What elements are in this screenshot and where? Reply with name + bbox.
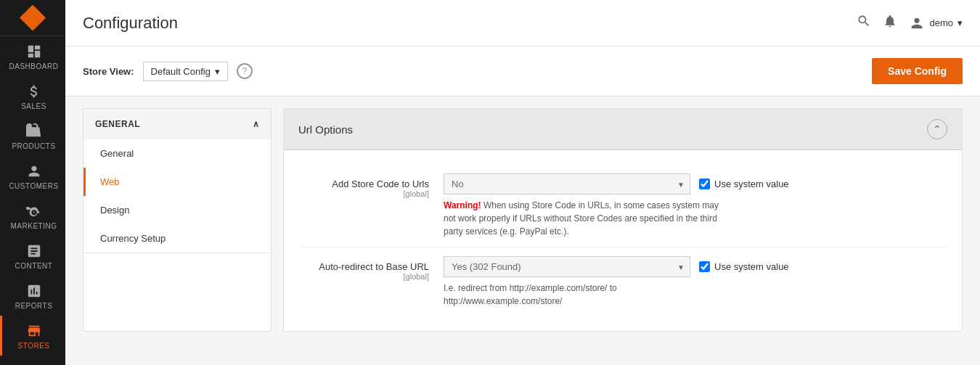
auto-redirect-select-container: Yes (302 Found) Yes (301 Moved Permanent…: [444, 256, 690, 277]
auto-redirect-use-system-label: Use system value: [714, 261, 789, 272]
sidebar-item-marketing[interactable]: MARKETING: [0, 196, 65, 236]
sidebar-item-label: CONTENT: [15, 262, 53, 270]
left-nav-section-general: GENERAL ∧ General Web Design Currency Se…: [83, 109, 271, 253]
page-title: Configuration: [83, 14, 178, 33]
sidebar-item-content[interactable]: CONTENT: [0, 236, 65, 276]
add-store-code-use-system-value[interactable]: Use system value: [699, 179, 789, 189]
auto-redirect-select[interactable]: Yes (302 Found) Yes (301 Moved Permanent…: [444, 256, 690, 277]
reports-icon: [26, 283, 42, 299]
user-dropdown-icon: ▾: [957, 17, 963, 28]
add-store-code-input-col: No Yes Use system value War: [444, 173, 947, 238]
help-icon[interactable]: ?: [237, 63, 253, 79]
add-store-code-select[interactable]: No Yes: [444, 173, 690, 194]
save-config-button[interactable]: Save Config: [872, 58, 963, 84]
sidebar-item-label: CUSTOMERS: [9, 182, 58, 190]
two-column-layout: GENERAL ∧ General Web Design Currency Se…: [65, 97, 980, 343]
store-view-select[interactable]: Default Config ▾: [143, 62, 228, 81]
auto-redirect-input-col: Yes (302 Found) Yes (301 Moved Permanent…: [444, 256, 947, 308]
add-store-code-select-container: No Yes: [444, 173, 690, 194]
store-view-bar: Store View: Default Config ▾ ? Save Conf…: [65, 46, 980, 97]
top-header: Configuration demo ▾: [65, 0, 980, 46]
magento-logo-icon: [20, 5, 46, 31]
auto-redirect-select-wrapper: Yes (302 Found) Yes (301 Moved Permanent…: [444, 256, 947, 277]
sidebar-item-label: MARKETING: [11, 222, 57, 230]
left-nav: GENERAL ∧ General Web Design Currency Se…: [83, 108, 271, 332]
left-nav-item-design[interactable]: Design: [83, 196, 271, 224]
products-icon: [26, 123, 42, 139]
auto-redirect-row: Auto-redirect to Base URL [global] Yes (…: [298, 247, 947, 316]
left-nav-item-general[interactable]: General: [83, 139, 271, 168]
marketing-icon: [26, 203, 42, 219]
store-view-chevron-icon: ▾: [215, 66, 220, 77]
auto-redirect-info: I.e. redirect from http://example.com/st…: [444, 282, 719, 308]
section-collapse-button[interactable]: ⌃: [927, 119, 947, 139]
auto-redirect-checkbox[interactable]: [699, 261, 710, 272]
auto-redirect-sublabel: [global]: [298, 272, 429, 281]
auto-redirect-use-system-value[interactable]: Use system value: [699, 261, 789, 272]
user-icon: [909, 15, 925, 31]
sidebar-item-reports[interactable]: REPORTS: [0, 276, 65, 316]
add-store-code-select-wrapper: No Yes Use system value: [444, 173, 947, 194]
add-store-code-use-system-label: Use system value: [714, 179, 789, 189]
sidebar-item-products[interactable]: PRODUCTS: [0, 116, 65, 156]
add-store-code-row: Add Store Code to Urls [global] No Yes: [298, 165, 947, 247]
add-store-code-checkbox[interactable]: [699, 179, 710, 189]
url-options-section-header: Url Options ⌃: [284, 109, 962, 150]
sidebar-item-label: DASHBOARD: [9, 62, 59, 70]
sidebar-item-label: PRODUCTS: [12, 142, 55, 150]
store-view-left: Store View: Default Config ▾ ?: [83, 62, 253, 81]
sidebar-item-dashboard[interactable]: DASHBOARD: [0, 36, 65, 76]
add-store-code-warning: Warning! When using Store Code in URLs, …: [444, 199, 719, 238]
dashboard-icon: [26, 44, 42, 60]
left-nav-item-currency-setup[interactable]: Currency Setup: [83, 224, 271, 253]
user-menu[interactable]: demo ▾: [909, 15, 963, 31]
search-icon[interactable]: [857, 14, 871, 32]
url-options-form: Add Store Code to Urls [global] No Yes: [284, 150, 962, 331]
sidebar-item-customers[interactable]: CUSTOMERS: [0, 156, 65, 196]
notifications-icon[interactable]: [883, 14, 897, 32]
chevron-up-icon: ∧: [253, 119, 260, 129]
left-nav-header-general[interactable]: GENERAL ∧: [83, 109, 271, 139]
add-store-code-label-col: Add Store Code to Urls [global]: [298, 173, 444, 198]
right-panel: Url Options ⌃ Add Store Code to Urls [gl…: [283, 108, 963, 332]
sidebar-item-label: SALES: [21, 102, 46, 110]
content-icon: [26, 243, 42, 259]
sidebar: DASHBOARD SALES PRODUCTS CUSTOMERS MARKE…: [0, 0, 65, 365]
main-content: Configuration demo ▾ Store View: Default…: [65, 0, 980, 365]
sales-icon: [26, 83, 42, 99]
header-actions: demo ▾: [857, 14, 963, 32]
store-view-value: Default Config: [151, 66, 211, 77]
sidebar-logo: [0, 0, 65, 36]
sidebar-item-label: REPORTS: [15, 302, 53, 310]
section-title: Url Options: [298, 123, 353, 136]
warning-prefix: Warning!: [444, 200, 481, 210]
sidebar-item-label: STORES: [18, 342, 50, 350]
sidebar-item-stores[interactable]: STORES: [0, 316, 65, 356]
store-view-label: Store View:: [83, 66, 134, 77]
left-nav-item-web[interactable]: Web: [83, 168, 271, 196]
content-area: Store View: Default Config ▾ ? Save Conf…: [65, 46, 980, 365]
left-nav-section-label: GENERAL: [95, 119, 140, 129]
user-name: demo: [929, 17, 953, 28]
sidebar-item-sales[interactable]: SALES: [0, 76, 65, 116]
add-store-code-sublabel: [global]: [298, 189, 429, 198]
customers-icon: [26, 163, 42, 179]
auto-redirect-label: Auto-redirect to Base URL: [319, 261, 429, 272]
add-store-code-label: Add Store Code to Urls: [332, 179, 429, 189]
stores-icon: [26, 323, 42, 339]
auto-redirect-label-col: Auto-redirect to Base URL [global]: [298, 256, 444, 281]
